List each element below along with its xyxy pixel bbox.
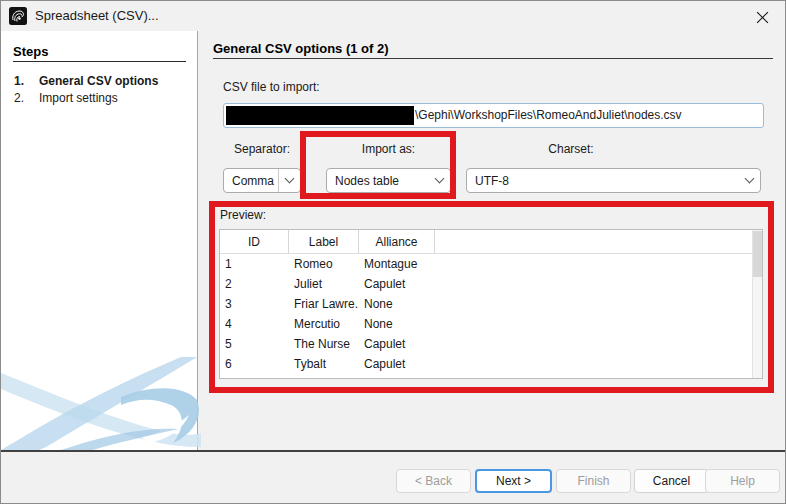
chevron-down-icon[interactable] bbox=[738, 169, 760, 192]
preview-label: Preview: bbox=[220, 208, 266, 222]
table-row[interactable]: 3 Friar Lawre... None bbox=[220, 294, 762, 314]
back-button: < Back bbox=[396, 469, 471, 493]
table-row[interactable]: 1 Romeo Montague bbox=[220, 254, 762, 274]
separator-dropdown[interactable]: Comma bbox=[223, 168, 301, 193]
steps-heading: Steps bbox=[13, 44, 48, 59]
import-as-dropdown[interactable]: Nodes table bbox=[326, 168, 451, 193]
column-header-id[interactable]: ID bbox=[220, 230, 289, 253]
next-button[interactable]: Next > bbox=[475, 469, 552, 493]
csv-file-label: CSV file to import: bbox=[223, 80, 320, 94]
charset-label: Charset: bbox=[466, 142, 676, 156]
scrollbar-thumb[interactable] bbox=[753, 231, 762, 277]
cancel-button[interactable]: Cancel bbox=[634, 469, 709, 493]
table-row[interactable]: 6 Tybalt Capulet bbox=[220, 354, 762, 374]
title-bar: Spreadsheet (CSV)... bbox=[1, 1, 785, 31]
step-label: General CSV options bbox=[39, 74, 158, 88]
table-row[interactable]: 5 The Nurse Capulet bbox=[220, 334, 762, 354]
column-header-empty bbox=[435, 230, 762, 253]
charset-value: UTF-8 bbox=[467, 174, 738, 188]
redacted-path-segment bbox=[226, 106, 414, 125]
preview-table-header: ID Label Alliance bbox=[220, 230, 762, 254]
step-label: Import settings bbox=[39, 91, 118, 105]
window-title: Spreadsheet (CSV)... bbox=[35, 8, 159, 23]
sidebar-step-import-settings: 2. Import settings bbox=[14, 91, 194, 105]
csv-file-path-text: \Gephi\WorkshopFiles\RomeoAndJuliet\node… bbox=[415, 108, 682, 122]
column-header-alliance[interactable]: Alliance bbox=[359, 230, 435, 253]
csv-file-path-field[interactable]: \Gephi\WorkshopFiles\RomeoAndJuliet\node… bbox=[223, 103, 764, 128]
spreadsheet-csv-dialog: Spreadsheet (CSV)... Steps 1. General CS… bbox=[0, 0, 786, 504]
chevron-down-icon[interactable] bbox=[278, 169, 300, 192]
button-bar: < Back Next > Finish Cancel Help bbox=[1, 452, 785, 504]
finish-button: Finish bbox=[556, 469, 631, 493]
help-button: Help bbox=[705, 469, 780, 493]
table-row[interactable]: 4 Mercutio None bbox=[220, 314, 762, 334]
charset-dropdown[interactable]: UTF-8 bbox=[466, 168, 761, 193]
separator-label: Separator: bbox=[223, 142, 301, 156]
separator-value: Comma bbox=[224, 174, 278, 188]
preview-table: ID Label Alliance 1 Romeo Montague 2 Jul… bbox=[219, 229, 763, 379]
sidebar-step-general-csv-options: 1. General CSV options bbox=[14, 74, 194, 88]
gephi-logo-icon bbox=[9, 7, 27, 25]
chevron-down-icon[interactable] bbox=[428, 169, 450, 192]
table-scrollbar[interactable] bbox=[752, 230, 762, 378]
column-header-label[interactable]: Label bbox=[289, 230, 359, 253]
import-as-value: Nodes table bbox=[327, 174, 428, 188]
watermark-swoosh bbox=[1, 355, 201, 450]
import-as-label: Import as: bbox=[326, 142, 451, 156]
table-row[interactable]: 2 Juliet Capulet bbox=[220, 274, 762, 294]
close-icon[interactable] bbox=[751, 7, 773, 27]
wizard-page-title-underline bbox=[213, 58, 773, 59]
wizard-page-title: General CSV options (1 of 2) bbox=[213, 41, 389, 56]
steps-sidebar: Steps 1. General CSV options 2. Import s… bbox=[1, 31, 198, 450]
steps-underline bbox=[13, 61, 186, 62]
